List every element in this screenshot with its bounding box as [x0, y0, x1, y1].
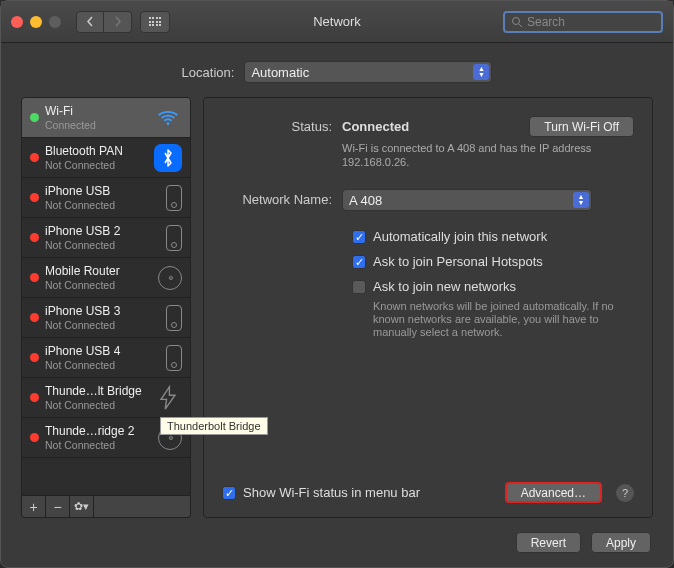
- location-select[interactable]: Automatic ▲▼: [244, 61, 492, 83]
- phone-icon: [166, 225, 182, 251]
- apply-button[interactable]: Apply: [591, 532, 651, 553]
- footer: Revert Apply: [1, 532, 673, 567]
- status-dot-icon: [30, 313, 39, 322]
- turn-wifi-off-button[interactable]: Turn Wi-Fi Off: [529, 116, 634, 137]
- service-bluetooth-pan[interactable]: Bluetooth PAN Not Connected: [22, 138, 190, 178]
- remove-service-button[interactable]: −: [46, 496, 70, 517]
- network-name-value: A 408: [349, 193, 382, 208]
- ask-new-checkbox-row[interactable]: Ask to join new networks: [352, 279, 634, 294]
- ethernet-icon: ‹·›: [158, 266, 182, 290]
- chevron-right-icon: [113, 16, 122, 27]
- phone-icon: [166, 185, 182, 211]
- show-menu-checkbox-row[interactable]: ✓ Show Wi-Fi status in menu bar: [222, 485, 420, 500]
- help-button[interactable]: ?: [616, 484, 634, 502]
- search-field[interactable]: Search: [503, 11, 663, 33]
- service-list[interactable]: Wi-Fi Connected Bluetooth PAN Not Connec…: [21, 97, 191, 496]
- sidebar: Wi-Fi Connected Bluetooth PAN Not Connec…: [21, 97, 191, 518]
- titlebar: Network Search: [1, 1, 673, 43]
- svg-line-1: [519, 24, 522, 27]
- checkbox-unchecked-icon: [352, 280, 366, 294]
- status-dot-icon: [30, 153, 39, 162]
- search-placeholder: Search: [527, 15, 565, 29]
- network-prefpane: Network Search Location: Automatic ▲▼ Wi…: [0, 0, 674, 568]
- sidebar-footer: + − ✿▾: [21, 496, 191, 518]
- location-label: Location:: [182, 65, 235, 80]
- ask-hotspot-checkbox-row[interactable]: ✓ Ask to join Personal Hotspots: [352, 254, 634, 269]
- location-row: Location: Automatic ▲▼: [1, 43, 673, 97]
- close-window-button[interactable]: [11, 16, 23, 28]
- service-iphone-usb-3[interactable]: iPhone USB 3 Not Connected: [22, 298, 190, 338]
- checkbox-checked-icon: ✓: [352, 255, 366, 269]
- status-value: Connected: [342, 119, 409, 134]
- service-thunderbolt-bridge[interactable]: Thunde…lt Bridge Not Connected: [22, 378, 190, 418]
- auto-join-checkbox-row[interactable]: ✓ Automatically join this network: [352, 229, 634, 244]
- detail-bottom-row: ✓ Show Wi-Fi status in menu bar Advanced…: [222, 482, 634, 503]
- status-row: Status: Connected Turn Wi-Fi Off Wi-Fi i…: [222, 116, 634, 169]
- detail-panel: Status: Connected Turn Wi-Fi Off Wi-Fi i…: [203, 97, 653, 518]
- status-dot-icon: [30, 193, 39, 202]
- back-button[interactable]: [76, 11, 104, 33]
- add-service-button[interactable]: +: [22, 496, 46, 517]
- network-name-label: Network Name:: [222, 189, 342, 211]
- status-dot-icon: [30, 233, 39, 242]
- phone-icon: [166, 305, 182, 331]
- advanced-button[interactable]: Advanced…: [505, 482, 602, 503]
- updown-icon: ▲▼: [573, 192, 589, 208]
- service-iphone-usb[interactable]: iPhone USB Not Connected: [22, 178, 190, 218]
- ask-new-hint: Known networks will be joined automatica…: [373, 300, 623, 339]
- search-icon: [511, 16, 523, 28]
- status-label: Status:: [222, 116, 342, 169]
- status-dot-icon: [30, 273, 39, 282]
- network-name-row: Network Name: A 408 ▲▼: [222, 189, 634, 211]
- service-iphone-usb-2[interactable]: iPhone USB 2 Not Connected: [22, 218, 190, 258]
- forward-button[interactable]: [104, 11, 132, 33]
- updown-icon: ▲▼: [473, 64, 489, 80]
- svg-point-0: [513, 17, 520, 24]
- svg-point-2: [167, 122, 170, 125]
- service-text: Wi-Fi Connected: [45, 104, 154, 132]
- phone-icon: [166, 345, 182, 371]
- window-title: Network: [313, 14, 361, 29]
- bluetooth-icon: [154, 144, 182, 172]
- revert-button[interactable]: Revert: [516, 532, 581, 553]
- service-iphone-usb-4[interactable]: iPhone USB 4 Not Connected: [22, 338, 190, 378]
- wifi-icon: [154, 104, 182, 132]
- service-actions-menu[interactable]: ✿▾: [70, 496, 94, 517]
- show-all-button[interactable]: [140, 11, 170, 33]
- wifi-options: ✓ Automatically join this network ✓ Ask …: [352, 229, 634, 339]
- thunderbolt-icon: [154, 384, 182, 412]
- status-dot-icon: [30, 433, 39, 442]
- checkbox-checked-icon: ✓: [352, 230, 366, 244]
- window-controls: [11, 16, 61, 28]
- body: Wi-Fi Connected Bluetooth PAN Not Connec…: [1, 97, 673, 532]
- location-value: Automatic: [251, 65, 309, 80]
- nav-buttons: [76, 11, 132, 33]
- network-name-select[interactable]: A 408 ▲▼: [342, 189, 592, 211]
- minimize-window-button[interactable]: [30, 16, 42, 28]
- service-mobile-router[interactable]: Mobile Router Not Connected ‹·›: [22, 258, 190, 298]
- tooltip: Thunderbolt Bridge: [160, 417, 268, 435]
- status-dot-icon: [30, 393, 39, 402]
- chevron-left-icon: [86, 16, 95, 27]
- status-dot-icon: [30, 353, 39, 362]
- status-description: Wi-Fi is connected to A 408 and has the …: [342, 141, 602, 169]
- grid-icon: [149, 17, 162, 26]
- status-dot-icon: [30, 113, 39, 122]
- zoom-window-button[interactable]: [49, 16, 61, 28]
- checkbox-checked-icon: ✓: [222, 486, 236, 500]
- service-wifi[interactable]: Wi-Fi Connected: [22, 98, 190, 138]
